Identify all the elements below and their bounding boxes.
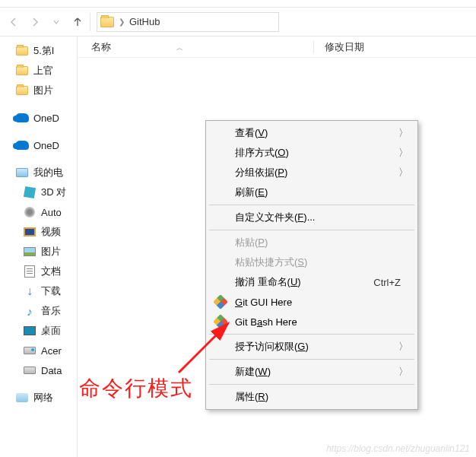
menu-divider [209,230,414,230]
menu-item: 粘贴(P) [208,233,416,252]
menu-divider [209,359,414,360]
context-menu: 查看(V)〉排序方式(O)〉分组依据(P)〉刷新(E)自定义文件夹(F)...粘… [205,120,418,410]
menu-item[interactable]: 查看(V)〉 [208,123,416,143]
tree-item[interactable]: 桌面 [0,321,77,341]
folder-icon [15,65,29,77]
tree-item-label: 3D 对 [41,186,66,199]
tree-item[interactable]: OneD [0,108,77,128]
submenu-arrow-icon: 〉 [398,365,408,379]
submenu-arrow-icon: 〉 [398,340,408,354]
folder-icon [15,84,29,97]
tree-item[interactable]: OneD [0,135,77,155]
tree-item[interactable]: 文档 [0,262,77,281]
tree-item-label: Data [41,365,62,376]
menu-item-label: 自定义文件夹(F)... [235,211,315,224]
column-headers: 名称 ︿ 修改日期 [78,36,476,58]
menu-item-label: 分组依据(P) [235,166,287,179]
dl-icon: ↓ [23,285,36,297]
menu-item-label: 撤消 重命名(U) [235,275,301,289]
tree-item[interactable]: ↓下载 [0,281,77,301]
tree-item-label: OneD [33,140,59,151]
tree-item[interactable]: Auto [0,202,77,222]
menu-item[interactable]: 属性(R) [208,387,416,407]
tree-item[interactable]: 5.第I [0,41,77,61]
column-date[interactable]: 修改日期 [314,40,364,54]
3d-icon [23,186,36,198]
tree-item[interactable]: Data [0,360,77,380]
tree-item-label: 下载 [41,284,61,298]
tree-item[interactable]: 上官 [0,61,77,81]
menu-divider [209,384,414,385]
nav-tree: 5.第I上官图片OneDOneD我的电3D 对Auto视频图片文档↓下载♪音乐桌… [0,36,78,457]
column-date-label: 修改日期 [325,41,364,52]
tree-item-label: 文档 [41,265,61,278]
menu-item-label: 授予访问权限(G) [235,340,309,354]
menu-item[interactable]: 授予访问权限(G)〉 [208,337,416,357]
menu-item: 粘贴快捷方式(S) [208,252,416,272]
tree-item-label: Acer [41,345,62,357]
doc-icon [23,265,36,278]
sort-indicator-icon: ︿ [176,43,183,53]
onedrive-icon [15,112,29,124]
menu-item[interactable]: Git GUI Here [208,292,416,312]
git-icon [214,295,227,309]
menu-item[interactable]: 自定义文件夹(F)... [208,208,416,227]
desk-icon [23,325,36,337]
folder-icon [15,45,29,57]
tree-item[interactable]: 网络 [0,388,77,408]
menu-item-label: 查看(V) [235,126,268,140]
tree-item[interactable]: 图片 [0,81,77,100]
tree-item-label: 5.第I [33,44,54,58]
column-name-label: 名称 [91,41,111,52]
menu-item[interactable]: 新建(W)〉 [208,362,416,382]
menu-item-label: 刷新(E) [235,186,268,199]
breadcrumb-separator: ❯ [119,17,125,26]
drive-icon [23,364,36,376]
tree-item-label: 网络 [33,391,53,405]
tree-item[interactable]: ♪音乐 [0,301,77,321]
folder-icon [100,17,114,27]
back-button[interactable] [3,11,24,33]
breadcrumb-folder[interactable]: GitHub [129,16,160,27]
menu-item-label: Git GUI Here [235,297,292,308]
tree-item-label: Auto [41,207,62,218]
address-bar[interactable]: ❯ GitHub [97,12,279,32]
forward-button[interactable] [24,11,46,33]
menu-item-label: Git Bash Here [235,316,297,328]
tree-item[interactable]: 视频 [0,222,77,242]
tree-item[interactable]: 图片 [0,242,77,262]
submenu-arrow-icon: 〉 [398,166,408,179]
tree-item-label: 视频 [41,225,61,239]
net-icon [15,392,29,404]
pic-icon [23,246,36,258]
menu-item[interactable]: 撤消 重命名(U)Ctrl+Z [208,272,416,292]
up-button[interactable] [67,11,88,33]
menu-item[interactable]: 刷新(E) [208,182,416,202]
tree-item-label: 图片 [33,84,53,97]
tree-item-label: 上官 [33,64,53,78]
git-icon [214,315,227,328]
auto-icon [23,206,36,218]
nav-separator [90,13,90,31]
menu-divider [209,334,414,335]
menu-item-label: 粘贴快捷方式(S) [235,255,307,269]
annotation-text: 命令行模式 [79,374,193,403]
tree-item[interactable]: 3D 对 [0,182,77,202]
onedrive-icon [15,139,29,151]
menu-item[interactable]: Git Bash Here [208,312,416,332]
tree-item-label: OneD [33,113,59,124]
pc-icon [15,167,29,179]
menu-item[interactable]: 排序方式(O)〉 [208,143,416,163]
acer-icon [23,344,36,357]
menu-item[interactable]: 分组依据(P)〉 [208,163,416,182]
tree-item-label: 桌面 [41,324,61,338]
recent-dropdown[interactable] [46,11,67,33]
tree-item-label: 我的电 [33,166,63,179]
column-name[interactable]: 名称 ︿ [78,40,313,54]
tree-item[interactable]: Acer [0,341,77,360]
submenu-arrow-icon: 〉 [398,146,408,160]
menu-item-label: 属性(R) [235,390,268,404]
menu-item-label: 新建(W) [235,365,271,379]
tree-item[interactable]: 我的电 [0,163,77,182]
tab-strip [0,0,476,8]
